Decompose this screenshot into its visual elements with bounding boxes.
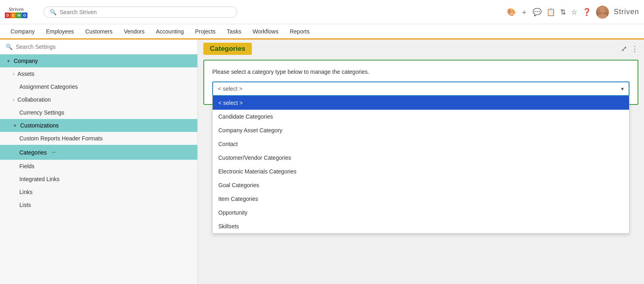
sidebar-integrated-links-label: Integrated Links xyxy=(19,176,60,182)
nav-tasks[interactable]: Tasks xyxy=(221,25,247,38)
sidebar-assignment-categories-label: Assignment Categories xyxy=(19,84,78,90)
brand-name: Striven xyxy=(614,8,639,16)
panel-header-actions: ⤢ ⋮ xyxy=(621,44,638,53)
sidebar-item-categories[interactable]: Categories ← xyxy=(0,145,197,160)
nav-workflows[interactable]: Workflows xyxy=(247,25,284,38)
global-search-bar[interactable]: 🔍 xyxy=(44,6,237,18)
nav-employees[interactable]: Employees xyxy=(40,25,79,38)
dropdown-item-candidate[interactable]: Candidate Categories xyxy=(213,110,629,123)
nav-projects[interactable]: Projects xyxy=(190,25,222,38)
sidebar-company-label: Company xyxy=(14,58,38,64)
category-dropdown-list: < select > Candidate Categories Company … xyxy=(212,96,629,234)
sidebar-item-links[interactable]: Links xyxy=(0,186,197,198)
categories-box: Please select a category type below to m… xyxy=(203,60,638,105)
sidebar-item-assets[interactable]: › Assets xyxy=(0,67,197,80)
star-icon[interactable]: ☆ xyxy=(571,8,577,17)
panel-header: Categories ⤢ ⋮ xyxy=(198,40,644,58)
dropdown-item-customer-vendor[interactable]: Customer/Vendor Categories xyxy=(213,151,629,165)
avatar-image xyxy=(596,6,609,19)
sidebar-item-fields[interactable]: Fields xyxy=(0,160,197,173)
sidebar-search-icon: 🔍 xyxy=(6,44,13,50)
sidebar-custom-reports-label: Custom Reports Header Formats xyxy=(19,135,102,142)
select-value: < select > xyxy=(218,86,243,92)
logo-o: O xyxy=(22,13,27,18)
sidebar-item-company[interactable]: ▼ Company xyxy=(0,54,197,67)
topbar: Striven D E M O 🔍 🎨 ＋ 💬 📋 ⇅ ☆ ❓ Striven xyxy=(0,0,644,24)
logo[interactable]: Striven D E M O xyxy=(5,6,27,18)
logo-m: M xyxy=(16,13,22,18)
sidebar-customizations-label: Customizations xyxy=(20,122,59,129)
main-layout: 🔍 ▼ Company › Assets Assignment Categori… xyxy=(0,40,644,284)
dropdown-item-item[interactable]: Item Categories xyxy=(213,192,629,206)
topbar-actions: 🎨 ＋ 💬 📋 ⇅ ☆ ❓ Striven xyxy=(507,6,639,19)
more-options-icon[interactable]: ⋮ xyxy=(631,44,638,53)
dropdown-item-goal[interactable]: Goal Categories xyxy=(213,178,629,192)
sidebar-currency-label: Currency Settings xyxy=(19,109,64,116)
category-select[interactable]: < select > ▾ xyxy=(212,81,629,96)
category-select-wrapper: < select > ▾ < select > Candidate Catego… xyxy=(212,81,629,96)
svg-point-0 xyxy=(600,7,605,13)
sidebar-item-assignment-categories[interactable]: Assignment Categories xyxy=(0,80,197,93)
sidebar-item-currency-settings[interactable]: Currency Settings xyxy=(0,106,197,119)
nav-customers[interactable]: Customers xyxy=(79,25,118,38)
sidebar-assets-label: Assets xyxy=(17,71,34,77)
sidebar-item-lists[interactable]: Lists xyxy=(0,198,197,211)
themes-icon[interactable]: 🎨 xyxy=(507,8,516,17)
sidebar-links-label: Links xyxy=(19,189,33,195)
dropdown-item-select[interactable]: < select > xyxy=(213,96,629,110)
sidebar-item-collaboration[interactable]: › Collaboration xyxy=(0,93,197,106)
sidebar-fields-label: Fields xyxy=(19,163,34,169)
chevron-right-icon-2: › xyxy=(13,98,14,102)
sidebar-categories-label: Categories xyxy=(19,149,47,156)
chevron-down-icon-2: ▼ xyxy=(13,123,17,128)
sort-icon[interactable]: ⇅ xyxy=(560,8,566,17)
sidebar-item-custom-reports[interactable]: Custom Reports Header Formats xyxy=(0,132,197,145)
svg-point-1 xyxy=(598,14,607,19)
add-icon[interactable]: ＋ xyxy=(521,7,528,17)
expand-icon[interactable]: ⤢ xyxy=(621,44,627,53)
help-icon[interactable]: ❓ xyxy=(582,8,591,17)
panel-title: Categories xyxy=(203,43,252,55)
sidebar-item-customizations[interactable]: ▼ Customizations xyxy=(0,119,197,132)
chevron-down-icon: ▼ xyxy=(6,59,10,63)
logo-demo: D E M O xyxy=(5,13,27,18)
chevron-down-icon-3: ▾ xyxy=(621,86,624,92)
sidebar-search-area[interactable]: 🔍 xyxy=(0,40,197,54)
sidebar-lists-label: Lists xyxy=(19,202,31,208)
global-search-input[interactable] xyxy=(60,9,231,15)
dropdown-item-company-asset[interactable]: Company Asset Category xyxy=(213,123,629,137)
sidebar: 🔍 ▼ Company › Assets Assignment Categori… xyxy=(0,40,198,284)
content-area: Categories ⤢ ⋮ Please select a category … xyxy=(198,40,644,284)
logo-text: Striven xyxy=(9,6,24,13)
sidebar-arrow-icon: ← xyxy=(51,148,58,157)
sidebar-search-input[interactable] xyxy=(16,44,192,50)
categories-description: Please select a category type below to m… xyxy=(212,69,629,75)
dropdown-item-contact[interactable]: Contact xyxy=(213,137,629,151)
chevron-right-icon: › xyxy=(13,72,14,76)
dropdown-item-opportunity[interactable]: Opportunity xyxy=(213,206,629,219)
search-icon: 🔍 xyxy=(50,9,56,15)
navbar: Company Employees Customers Vendors Acco… xyxy=(0,24,644,40)
logo-d: D xyxy=(5,13,10,18)
messages-icon[interactable]: 💬 xyxy=(533,8,542,17)
nav-company[interactable]: Company xyxy=(5,25,40,38)
nav-reports[interactable]: Reports xyxy=(284,25,315,38)
notes-icon[interactable]: 📋 xyxy=(546,8,555,17)
dropdown-item-electronic[interactable]: Electronic Materials Categories xyxy=(213,165,629,178)
nav-accounting[interactable]: Accounting xyxy=(150,25,189,38)
avatar[interactable] xyxy=(596,6,609,19)
logo-e: E xyxy=(10,13,16,18)
nav-vendors[interactable]: Vendors xyxy=(118,25,150,38)
sidebar-collaboration-label: Collaboration xyxy=(17,96,51,103)
sidebar-item-integrated-links[interactable]: Integrated Links xyxy=(0,173,197,186)
dropdown-item-skillsets[interactable]: Skillsets xyxy=(213,219,629,233)
